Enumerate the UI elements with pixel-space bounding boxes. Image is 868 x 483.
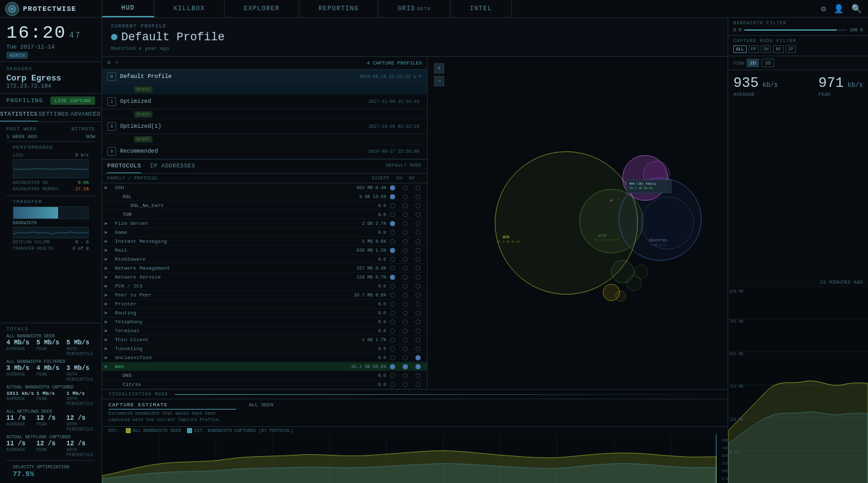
proto-row-unclassified[interactable]: ▶ Unclassified 0.0 [102, 353, 427, 362]
est-section: CAPTURE ESTIMATE Estimated bandwidth tha… [108, 402, 236, 424]
proto-name: Routing [115, 310, 341, 316]
expand-icon: ▶ [105, 247, 115, 253]
settings-icon[interactable]: ⚙ [821, 4, 826, 14]
proto-row-network-management[interactable]: ▶ Network Management 257 MB 0.4% [102, 264, 427, 273]
nf-dot-empty [415, 239, 421, 244]
svg-text:625 MB/s: 625 MB/s [722, 454, 728, 457]
nf-dot-empty [415, 293, 421, 298]
opt-label: VELOCITY OPTIMIZATION [13, 464, 89, 470]
main-layout: 16:20 47 Tue 2017-11-14 ADMIN SENSORS Co… [0, 18, 868, 483]
sidebar-tabs: STATISTICS SETTINGS ADVANCED [0, 108, 101, 122]
nav-item-grid[interactable]: GRID BETA [378, 0, 451, 17]
live-capture-badge[interactable]: LIVE CAPTURE [50, 96, 95, 105]
proto-row-printer[interactable]: ▶ Printer 0.0 [102, 300, 427, 309]
proto-row-tor[interactable]: TOR 0.0 [102, 210, 427, 219]
fp-dot [390, 194, 395, 199]
protocols-area: ≡ + 4 CAPTURE PROFILES B Default Profile… [102, 57, 728, 389]
filter-fp[interactable]: FP [749, 45, 759, 53]
tab-advanced[interactable]: ADVANCED [70, 108, 101, 121]
close-icon[interactable]: × [419, 73, 422, 80]
filter-nf[interactable]: NF [773, 45, 783, 53]
nav-item-intel[interactable]: INTEL [451, 0, 512, 17]
user-icon[interactable]: 👤 [834, 4, 844, 14]
edit-icon[interactable]: ✎ [413, 73, 416, 80]
nav-item-hud[interactable]: HUD [102, 0, 154, 17]
view-2d[interactable]: 2D [747, 59, 760, 67]
proto-row-ssl[interactable]: SSL 9 GB 13.5% [102, 192, 427, 201]
th-sh: SH [396, 176, 409, 181]
nav-protocols[interactable]: PROTOCOLS [107, 160, 141, 173]
proto-row-peer-to-peer[interactable]: ▶ Peer to Peer 20.7 MB 0.0% [102, 291, 427, 300]
proto-row-file-server[interactable]: ▶ File Server 2 GB 2.7% [102, 219, 427, 228]
profiling-label[interactable]: PROFILING [6, 98, 43, 104]
fp-dot-empty [390, 284, 395, 289]
proto-row-instant-messaging[interactable]: ▶ Instant Messaging 5 MB 0.0% [102, 237, 427, 246]
fp-dot-empty [390, 230, 395, 235]
nav-item-reporting[interactable]: REPORTING [299, 0, 378, 17]
sh-dot-empty [403, 203, 408, 208]
nav-item-explorer[interactable]: EXPLORER [225, 0, 299, 17]
encrypted-size: 9 GB 13.2% [651, 243, 667, 247]
filter-all[interactable]: ALL [733, 45, 747, 53]
search-icon[interactable]: 🔍 [851, 4, 862, 14]
nf-dot-empty [415, 302, 421, 307]
proto-row-citrix[interactable]: Citrix 0.0 [102, 380, 427, 389]
profile-item-default[interactable]: B Default Profile 2016-08-16 22:11:41 ✎ … [102, 70, 427, 84]
proto-row-web[interactable]: ▶ Web 55.1 GB 80.8% [102, 362, 427, 371]
expand-icon: ▶ [105, 265, 115, 271]
all-bw-seen-vals: 4 Mb/s AVERAGE 5 Mb/s PEAK 5 Mb/s 90TH P… [6, 339, 95, 356]
nf-dot-empty [415, 373, 421, 378]
nav-item-killbox[interactable]: KILLBOX [154, 0, 225, 17]
proto-row-dns[interactable]: DNS 0.0 [102, 371, 427, 380]
proto-row-mail[interactable]: ▶ Mail 830 MB 1.2% [102, 246, 427, 255]
current-profile-label: CURRENT PROFILE [111, 23, 719, 29]
proto-row-thin-client[interactable]: ▶ Thin Client 1 GB 1.7% [102, 335, 427, 344]
proto-row-ssl_no_cert[interactable]: SSL_No_Cert 0.0 [102, 201, 427, 210]
totals-label: TOTALS [6, 326, 95, 332]
sh-dot-empty [403, 284, 408, 289]
proto-row-tunneling[interactable]: ▶ Tunneling 0.0 [102, 344, 427, 353]
capture-filter-buttons: ALL FP SH NF IP [733, 45, 863, 53]
fp-dot-empty [390, 382, 395, 387]
view-3d[interactable]: 3D [761, 59, 774, 67]
zoom-in-button[interactable]: + [434, 63, 444, 73]
proto-name: Citrix [115, 381, 341, 387]
proto-row-terminal[interactable]: ▶ Terminal 0.0 [102, 326, 427, 335]
tab-settings[interactable]: SETTINGS [38, 108, 70, 121]
timeline-chart: 838 MB/s 781 MB/s 625 MB/s 313 MB/s 156 … [102, 434, 728, 483]
nf-dot-empty [415, 221, 421, 226]
proto-name: Tunneling [115, 346, 341, 351]
profile-item-optimized[interactable]: 1 Optimized 2017-11-08 21:55:34 [102, 95, 427, 109]
tab-statistics[interactable]: STATISTICS [0, 108, 38, 121]
sh-dot-empty [403, 302, 408, 307]
proto-row-telephony[interactable]: ▶ Telephony 0.0 [102, 318, 427, 326]
proto-name: DNS [115, 372, 341, 378]
proto-row-network-service[interactable]: ▶ Network Service 128 MB 0.7% [102, 273, 427, 282]
svg-text:0 b/s: 0 b/s [730, 450, 741, 454]
proto-row-middleware[interactable]: ▶ Middleware 0.0 [102, 255, 427, 264]
nf-dot-empty [415, 310, 421, 316]
nf-peak: 12 /s PEAK [36, 415, 65, 432]
proto-row-game[interactable]: ▶ Game 0.0 [102, 228, 427, 237]
draft-row-2: Draft [102, 134, 427, 144]
optimization-section: VELOCITY OPTIMIZATION 77.5% [6, 460, 95, 480]
draft-badge-2: Draft [134, 136, 153, 142]
all-netflows-vals: 11 /s AVERAGE 12 /s PEAK 12 /s 90TH PERC… [6, 415, 95, 432]
proto-row-ssh[interactable]: ▶ SSH 602 MB 0.4% [102, 183, 427, 192]
proto-row-routing[interactable]: ▶ Routing 0.0 [102, 309, 427, 318]
profile-date-3: 2016-08-17 22:55:00 [368, 149, 419, 154]
filter-sh[interactable]: SH [761, 45, 771, 53]
bw-slider[interactable] [744, 29, 847, 31]
bw-percentile: 5 Mb/s 90TH PERCENTILE [66, 339, 95, 356]
connector-dot-3 [629, 194, 631, 195]
nav-ip-addresses[interactable]: IP ADDRESSES [150, 160, 195, 173]
profile-item-optimized1[interactable]: 8 Optimized(1) 2017-10-09 01:52:16 [102, 119, 427, 134]
proto-name: Instant Messaging [115, 238, 341, 244]
filter-ip[interactable]: IP [786, 45, 796, 53]
zoom-out-button[interactable]: − [434, 76, 444, 86]
profile-item-recommended[interactable]: 8 Recommended 2016-08-17 22:55:00 [102, 144, 427, 159]
sh-dot [403, 364, 408, 369]
fp-dot [390, 185, 395, 190]
nf-dot [415, 364, 421, 369]
proto-row-pcn-/-ics[interactable]: ▶ PCN / ICS 0.0 [102, 282, 427, 291]
